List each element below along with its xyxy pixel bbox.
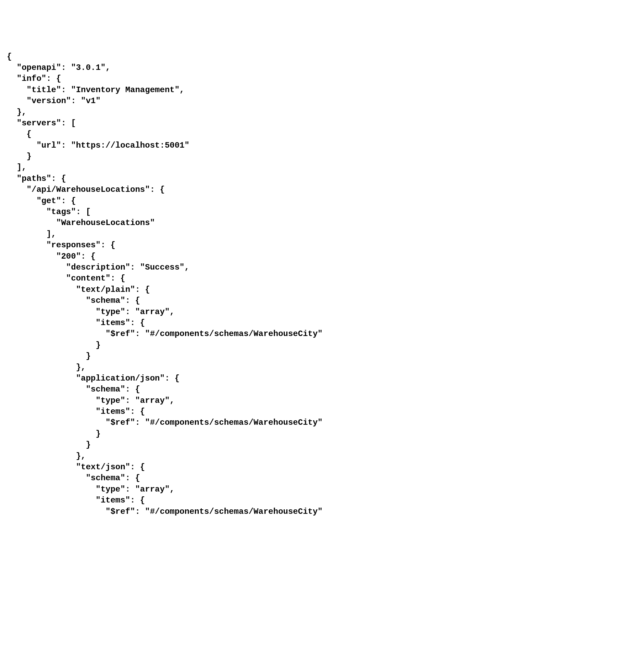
code-line: "servers": [ <box>7 119 76 128</box>
code-line: "200": { <box>7 252 96 261</box>
code-line: "WarehouseLocations" <box>7 218 155 227</box>
code-line: "items": { <box>7 318 145 327</box>
code-line: }, <box>7 108 27 117</box>
code-line: }, <box>7 363 86 372</box>
code-line: } <box>7 340 101 350</box>
code-line: "title": "Inventory Management", <box>7 85 184 95</box>
code-line: } <box>7 429 101 438</box>
code-line: "version": "v1" <box>7 96 101 106</box>
code-line: "application/json": { <box>7 374 179 383</box>
code-line: "responses": { <box>7 240 115 250</box>
code-line: "schema": { <box>7 385 140 394</box>
code-line: "info": { <box>7 74 61 83</box>
json-code-block: { "openapi": "3.0.1", "info": { "title":… <box>7 51 637 517</box>
code-line: "openapi": "3.0.1", <box>7 63 110 72</box>
code-line: "items": { <box>7 407 145 416</box>
code-line: "$ref": "#/components/schemas/WarehouseC… <box>7 507 323 516</box>
code-line: { <box>7 129 32 139</box>
code-line: }, <box>7 451 86 461</box>
code-line: "text/json": { <box>7 462 145 472</box>
code-line: "text/plain": { <box>7 285 150 294</box>
code-line: "description": "Success", <box>7 263 189 272</box>
code-line: "$ref": "#/components/schemas/WarehouseC… <box>7 329 323 338</box>
code-line: "$ref": "#/components/schemas/WarehouseC… <box>7 418 323 427</box>
code-line: "items": { <box>7 496 145 505</box>
code-line: "paths": { <box>7 174 66 183</box>
code-line: "content": { <box>7 274 125 283</box>
code-line: "schema": { <box>7 296 140 305</box>
code-line: } <box>7 440 91 449</box>
code-line: "schema": { <box>7 473 140 483</box>
code-line: { <box>7 52 12 61</box>
code-line: "url": "https://localhost:5001" <box>7 141 189 150</box>
code-line: } <box>7 351 91 361</box>
code-line: "get": { <box>7 196 76 206</box>
code-line: "type": "array", <box>7 485 175 494</box>
code-line: "type": "array", <box>7 396 175 405</box>
code-line: "tags": [ <box>7 207 91 216</box>
code-line: } <box>7 152 32 161</box>
code-line: "/api/WarehouseLocations": { <box>7 185 165 194</box>
code-line: ], <box>7 163 27 172</box>
code-line: ], <box>7 229 56 239</box>
code-line: "type": "array", <box>7 307 175 317</box>
